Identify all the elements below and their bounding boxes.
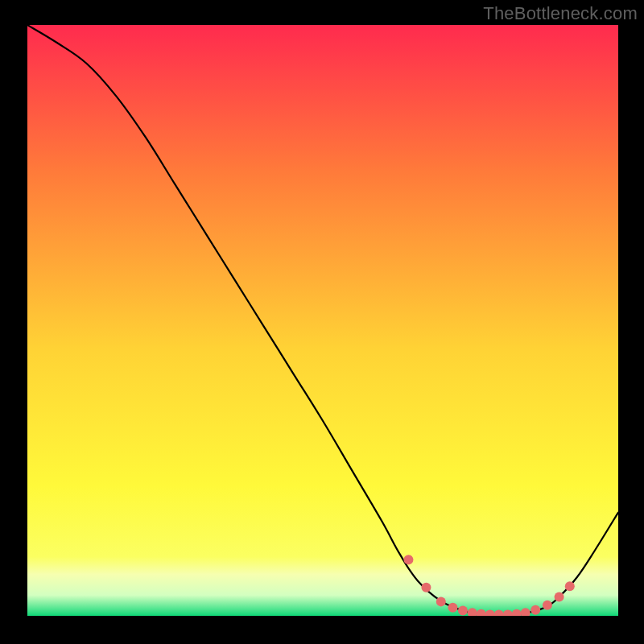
plot-area — [27, 25, 618, 616]
gradient-background — [27, 25, 618, 616]
chart-frame: TheBottleneck.com — [0, 0, 644, 644]
highlight-dot — [565, 581, 575, 591]
highlight-dot — [421, 583, 431, 592]
watermark-text: TheBottleneck.com — [483, 3, 638, 24]
highlight-dot — [448, 603, 457, 613]
highlight-dot — [403, 555, 413, 564]
highlight-dot — [543, 601, 552, 610]
highlight-dot — [436, 597, 446, 606]
highlight-dot — [530, 605, 540, 615]
highlight-dot — [458, 605, 468, 615]
chart-svg — [27, 25, 618, 616]
highlight-dot — [555, 592, 564, 602]
